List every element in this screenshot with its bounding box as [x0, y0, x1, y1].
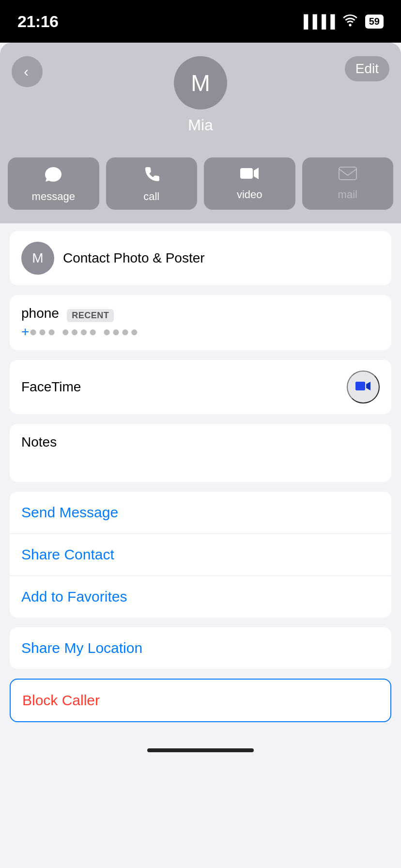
- phone-row[interactable]: phone RECENT +●●● ●●●● ●●●●: [10, 295, 391, 350]
- mail-label: mail: [338, 188, 357, 201]
- home-indicator: [0, 740, 401, 757]
- svg-rect-1: [339, 167, 356, 180]
- avatar-letter: M: [191, 70, 210, 96]
- facetime-row[interactable]: FaceTime: [10, 360, 391, 414]
- video-label: video: [237, 188, 262, 201]
- message-button[interactable]: message: [8, 157, 99, 210]
- notes-label: Notes: [21, 434, 57, 450]
- signal-icon: ▐▐▐▐: [299, 14, 335, 29]
- call-icon: [143, 166, 160, 186]
- contact-photo-label: Contact Photo & Poster: [63, 250, 205, 266]
- notes-card[interactable]: Notes: [10, 424, 391, 482]
- contact-avatar: M: [174, 56, 227, 109]
- back-button[interactable]: ‹: [12, 56, 43, 87]
- action-list-card: Send Message Share Contact Add to Favori…: [10, 492, 391, 618]
- send-message-label: Send Message: [21, 504, 118, 520]
- add-to-favorites-label: Add to Favorites: [21, 589, 127, 604]
- message-label: message: [32, 190, 75, 203]
- video-button[interactable]: video: [204, 157, 295, 210]
- block-caller-label: Block Caller: [22, 692, 100, 708]
- share-location-label: Share My Location: [21, 640, 142, 656]
- wifi-icon: [342, 14, 358, 29]
- main-content: M Contact Photo & Poster phone RECENT +●…: [0, 223, 401, 730]
- facetime-label: FaceTime: [21, 379, 81, 395]
- facetime-card[interactable]: FaceTime: [10, 360, 391, 414]
- share-contact-label: Share Contact: [21, 546, 114, 562]
- photo-row[interactable]: M Contact Photo & Poster: [10, 231, 391, 285]
- recent-badge: RECENT: [67, 309, 114, 322]
- photo-avatar: M: [21, 242, 54, 275]
- battery-level: 59: [365, 15, 384, 29]
- contact-header: ‹ Edit M Mia: [0, 43, 401, 157]
- svg-rect-4: [355, 382, 365, 390]
- phone-card[interactable]: phone RECENT +●●● ●●●● ●●●●: [10, 295, 391, 350]
- share-contact-item[interactable]: Share Contact: [10, 534, 391, 576]
- mail-button[interactable]: mail: [302, 157, 394, 210]
- mail-icon: [338, 166, 357, 185]
- send-message-item[interactable]: Send Message: [10, 492, 391, 534]
- action-buttons-row: message call video mail: [0, 157, 401, 223]
- facetime-video-icon: [355, 381, 371, 394]
- call-label: call: [143, 190, 159, 203]
- contact-name: Mia: [188, 116, 213, 134]
- message-icon: [44, 166, 62, 186]
- facetime-button[interactable]: [347, 371, 380, 403]
- share-location-card[interactable]: Share My Location: [10, 627, 391, 669]
- video-icon: [239, 166, 260, 185]
- status-bar: 21:16 ▐▐▐▐ 59: [0, 0, 401, 43]
- call-button[interactable]: call: [106, 157, 198, 210]
- photo-avatar-letter: M: [32, 250, 43, 266]
- status-time: 21:16: [17, 12, 58, 31]
- edit-label: Edit: [355, 61, 379, 76]
- status-icons: ▐▐▐▐ 59: [299, 14, 384, 29]
- contact-photo-card[interactable]: M Contact Photo & Poster: [10, 231, 391, 285]
- edit-button[interactable]: Edit: [345, 56, 389, 81]
- phone-label: phone: [21, 306, 59, 321]
- home-indicator-bar: [147, 748, 254, 752]
- back-chevron-icon: ‹: [24, 63, 29, 80]
- add-to-favorites-item[interactable]: Add to Favorites: [10, 576, 391, 618]
- phone-number: +●●● ●●●● ●●●●: [21, 324, 139, 340]
- svg-rect-0: [240, 168, 253, 179]
- block-caller-card[interactable]: Block Caller: [10, 679, 391, 722]
